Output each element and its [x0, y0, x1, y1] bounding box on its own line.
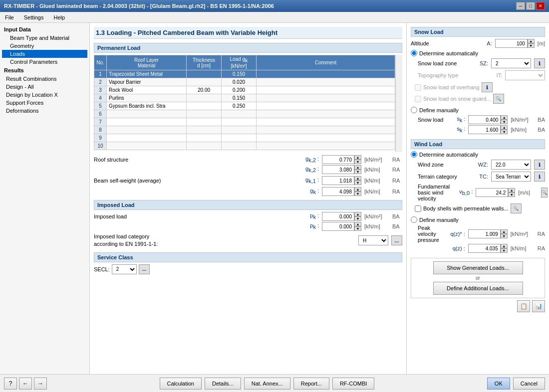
table-row[interactable]: 10 [94, 142, 395, 150]
sk-input1[interactable] [468, 115, 501, 124]
row-load[interactable]: 0.150 [222, 70, 257, 78]
gk2-spinbox2[interactable]: ▲▼ [322, 165, 361, 174]
pk-input1[interactable] [322, 212, 354, 221]
row-thickness[interactable] [187, 142, 222, 150]
gk-down[interactable]: ▼ [354, 192, 361, 196]
close-button[interactable]: ✕ [536, 2, 545, 10]
row-material[interactable]: Trapezoidal Sheet Metal [107, 70, 187, 78]
gk1-spinbox[interactable]: ▲▼ [322, 176, 361, 185]
qz-down1[interactable]: ▼ [501, 234, 508, 238]
row-comment[interactable] [257, 118, 395, 126]
body-shells-info[interactable]: 🔍 [511, 203, 522, 213]
gk2-input1[interactable] [322, 155, 354, 164]
row-thickness[interactable]: 20.00 [187, 86, 222, 94]
pk-up1[interactable]: ▲ [354, 212, 361, 216]
row-load[interactable] [222, 126, 257, 134]
row-material[interactable] [107, 110, 187, 118]
qz-spinbox1[interactable]: ▲▼ [468, 229, 508, 238]
qz-down2[interactable]: ▼ [501, 248, 508, 253]
row-load[interactable]: 0.150 [222, 94, 257, 102]
table-row[interactable]: 1Trapezoidal Sheet Metal0.150 [94, 70, 395, 78]
rf-combi-btn[interactable]: RF-COMBI [332, 378, 374, 390]
row-comment[interactable] [257, 134, 395, 142]
row-material[interactable]: Rock Wool [107, 86, 187, 94]
maximize-button[interactable]: □ [526, 2, 535, 10]
sk-spinbox1[interactable]: ▲▼ [468, 115, 508, 124]
cancel-btn[interactable]: Cancel [513, 378, 545, 390]
row-load[interactable]: 0.250 [222, 102, 257, 110]
row-thickness[interactable] [187, 94, 222, 102]
vb-spinbox[interactable]: ▲▼ [476, 188, 515, 197]
gk2-down2[interactable]: ▼ [354, 170, 361, 174]
sk-down2[interactable]: ▼ [501, 130, 508, 134]
pk-spinbox2[interactable]: ▲▼ [322, 222, 361, 231]
wind-auto-radio[interactable] [411, 151, 417, 158]
show-generated-loads-btn[interactable]: Show Generated Loads... [433, 261, 523, 274]
gk-input[interactable] [322, 187, 354, 196]
pk-input2[interactable] [322, 222, 354, 231]
table-row[interactable]: 2Vapour Barrier0.020 [94, 78, 395, 86]
sk-input2[interactable] [468, 125, 501, 134]
table-row[interactable]: 8 [94, 126, 395, 134]
gk2-spinbox1[interactable]: ▲▼ [322, 155, 361, 164]
gk-up[interactable]: ▲ [354, 187, 361, 192]
qz-up1[interactable]: ▲ [501, 229, 508, 234]
row-load[interactable] [222, 118, 257, 126]
sidebar-item-support-forces[interactable]: Support Forces [2, 99, 87, 107]
snow-manual-radio[interactable] [411, 107, 417, 113]
sk-down1[interactable]: ▼ [501, 120, 508, 124]
row-thickness[interactable] [187, 78, 222, 86]
snow-overhang-info[interactable]: ℹ [482, 82, 493, 92]
nav-prev-btn[interactable]: ← [19, 378, 32, 390]
qz-input2[interactable] [468, 244, 501, 253]
row-comment[interactable] [257, 142, 395, 150]
pk-spinbox1[interactable]: ▲▼ [322, 212, 361, 221]
body-shells-check[interactable] [415, 205, 421, 212]
row-thickness[interactable] [187, 110, 222, 118]
menu-settings[interactable]: Settings [21, 13, 47, 21]
row-material[interactable] [107, 118, 187, 126]
altitude-spinbox[interactable]: ▲▼ [495, 39, 535, 48]
row-thickness[interactable] [187, 126, 222, 134]
gk2-input2[interactable] [322, 165, 354, 174]
vb-input[interactable] [476, 188, 508, 197]
terrain-info[interactable]: ℹ [534, 172, 545, 182]
row-comment[interactable] [257, 70, 395, 78]
category-dropdown[interactable]: H [358, 235, 388, 245]
row-thickness[interactable] [187, 102, 222, 110]
snow-guard-check[interactable] [415, 96, 421, 102]
vb-down[interactable]: ▼ [508, 193, 515, 197]
snow-auto-radio[interactable] [411, 50, 417, 56]
menu-file[interactable]: File [2, 13, 17, 21]
table-row[interactable]: 6 [94, 110, 395, 118]
snow-overhang-check[interactable] [415, 84, 421, 91]
menu-help[interactable]: Help [50, 13, 68, 21]
vb-search-btn[interactable]: 🔍 [541, 188, 548, 197]
sidebar-item-result-combinations[interactable]: Result Combinations [2, 75, 87, 83]
gk1-input[interactable] [322, 176, 354, 185]
define-additional-loads-btn[interactable]: Define Additional Loads... [433, 282, 523, 295]
report-btn[interactable]: Report... [293, 378, 329, 390]
terrain-dropdown[interactable]: Sea Terrain [491, 172, 531, 182]
category-info-btn[interactable]: ... [391, 235, 402, 245]
sk-up2[interactable]: ▲ [501, 125, 508, 130]
qz-up2[interactable]: ▲ [501, 244, 508, 248]
qz-spinbox2[interactable]: ▲▼ [468, 244, 508, 253]
alt-up[interactable]: ▲ [528, 39, 535, 43]
row-material[interactable]: Vapour Barrier [107, 78, 187, 86]
secl-info-btn[interactable]: ... [139, 264, 150, 274]
row-thickness[interactable] [187, 118, 222, 126]
sidebar-item-geometry[interactable]: Geometry [2, 42, 87, 50]
sidebar-item-beam-type[interactable]: Beam Type and Material [2, 34, 87, 42]
row-material[interactable]: Purlins [107, 94, 187, 102]
minimize-button[interactable]: ─ [516, 2, 525, 10]
row-material[interactable]: Gypsum Boards incl. Stra [107, 102, 187, 110]
table-row[interactable]: 5Gypsum Boards incl. Stra0.250 [94, 102, 395, 110]
snow-zone-dropdown[interactable]: 2 [491, 58, 531, 68]
table-row[interactable]: 7 [94, 118, 395, 126]
gk-spinbox[interactable]: ▲▼ [322, 187, 361, 196]
gk2-up2[interactable]: ▲ [354, 165, 361, 170]
table-row[interactable]: 9 [94, 134, 395, 142]
gk1-up[interactable]: ▲ [354, 176, 361, 181]
nav-next-btn[interactable]: → [34, 378, 47, 390]
